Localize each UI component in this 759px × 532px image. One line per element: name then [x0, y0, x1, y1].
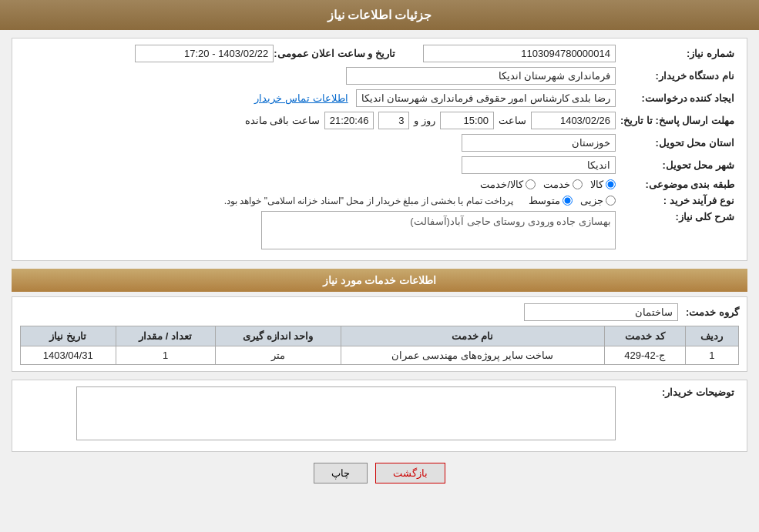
creator-label: ایجاد کننده درخواست: [616, 92, 739, 104]
group-label: گروه خدمت: [686, 306, 739, 318]
row-category: طبقه بندی موضوعی: کالا خدمت کالا/خدمت [20, 179, 739, 190]
category-kala-khedmat-label: کالا/خدمت [480, 179, 523, 190]
row-purchase-type: نوع فرآیند خرید : جزیی متوسط پرداخت تمام… [20, 195, 739, 206]
need-number-label: شماره نیاز: [616, 48, 739, 59]
description-label: شرح کلی نیاز: [616, 211, 739, 223]
th-name: نام خدمت [341, 326, 604, 346]
buyer-org-value: فرمانداری شهرستان اندیکا [346, 67, 616, 85]
buyer-description-input[interactable] [76, 386, 616, 440]
cell-unit: متر [215, 346, 341, 365]
buyer-org-label: نام دستگاه خریدار: [616, 70, 739, 82]
send-date-value: 1403/02/26 [531, 112, 616, 129]
services-block: گروه خدمت: ساختمان ردیف کد خدمت نام خدمت… [12, 296, 747, 372]
send-remain-value: 21:20:46 [324, 112, 374, 129]
category-kala-label: کالا [590, 179, 603, 190]
row-send-deadline: مهلت ارسال پاسخ: تا تاریخ: 1403/02/26 سا… [20, 112, 739, 129]
page-title: جزئیات اطلاعات نیاز [327, 8, 432, 22]
category-radio-group: کالا خدمت کالا/خدمت [480, 179, 616, 190]
th-quantity: تعداد / مقدار [116, 326, 215, 346]
purchase-type-motovaset: متوسط [529, 195, 573, 206]
purchase-type-notice: پرداخت تمام یا بخشی از مبلغ خریدار از مح… [224, 196, 513, 206]
province-value: خوزستان [462, 134, 616, 152]
purchase-radio-jozi[interactable] [606, 196, 616, 206]
cell-quantity: 1 [116, 346, 215, 365]
purchase-type-label: نوع فرآیند خرید : [616, 195, 739, 206]
purchase-type-jozi: جزیی [580, 195, 616, 206]
category-radio-kala-khedmat[interactable] [526, 179, 536, 189]
row-city: شهر محل تحویل: اندیکا [20, 156, 739, 174]
send-days-value: 3 [378, 112, 409, 129]
table-row: 1 ج-42-429 ساخت سایر پروژه‌های مهندسی عم… [21, 346, 739, 365]
row-province: استان محل تحویل: خوزستان [20, 134, 739, 152]
service-table-body: 1 ج-42-429 ساخت سایر پروژه‌های مهندسی عم… [21, 346, 739, 365]
buyer-description-label: توضیحات خریدار: [616, 386, 739, 398]
city-label: شهر محل تحویل: [616, 159, 739, 171]
buyer-description-block: توضیحات خریدار: [12, 380, 747, 452]
print-button[interactable]: چاپ [314, 463, 368, 483]
send-time-value: 15:00 [440, 112, 494, 129]
province-label: استان محل تحویل: [616, 137, 739, 149]
buyer-contact-link[interactable]: اطلاعات تماس خریدار [254, 92, 348, 104]
th-code: کد خدمت [604, 326, 685, 346]
cell-row: 1 [685, 346, 738, 365]
category-radio-kala[interactable] [606, 179, 616, 189]
service-table-header: ردیف کد خدمت نام خدمت واحد اندازه گیری ت… [21, 326, 739, 346]
row-buyer-description: توضیحات خریدار: [20, 386, 739, 440]
purchase-radio-motovaset[interactable] [563, 196, 573, 206]
group-value: ساختمان [524, 303, 678, 321]
send-remain-label: ساعت باقی مانده [245, 115, 320, 126]
cell-date: 1403/04/31 [21, 346, 116, 365]
services-section-title: اطلاعات خدمات مورد نیاز [12, 269, 747, 292]
cell-name: ساخت سایر پروژه‌های مهندسی عمران [341, 346, 604, 365]
creator-value: رضا بلدی کارشناس امور حقوقی فرمانداری شه… [356, 89, 616, 107]
buttons-row: بازگشت چاپ [12, 463, 747, 483]
main-content: شماره نیاز: 1103094780000014 تاریخ و ساع… [0, 38, 759, 483]
category-option-khedmat: خدمت [543, 179, 583, 190]
category-label: طبقه بندی موضوعی: [616, 179, 739, 190]
send-days-label: روز و [414, 115, 435, 126]
purchase-jozi-label: جزیی [580, 195, 603, 206]
send-deadline-label: مهلت ارسال پاسخ: تا تاریخ: [616, 115, 739, 126]
service-table: ردیف کد خدمت نام خدمت واحد اندازه گیری ت… [20, 326, 739, 365]
need-number-value: 1103094780000014 [423, 45, 616, 62]
description-value: بهسازی جاده ورودی روستای حاجی آباد(آسفال… [261, 211, 616, 249]
info-block: شماره نیاز: 1103094780000014 تاریخ و ساع… [12, 38, 747, 261]
group-row: گروه خدمت: ساختمان [20, 303, 739, 321]
cell-code: ج-42-429 [604, 346, 685, 365]
th-row: ردیف [685, 326, 738, 346]
row-creator: ایجاد کننده درخواست: رضا بلدی کارشناس ام… [20, 89, 739, 107]
category-option-kala: کالا [590, 179, 616, 190]
back-button[interactable]: بازگشت [375, 463, 445, 483]
th-unit: واحد اندازه گیری [215, 326, 341, 346]
category-radio-khedmat[interactable] [573, 179, 583, 189]
row-need-number: شماره نیاز: 1103094780000014 تاریخ و ساع… [20, 45, 739, 62]
category-khedmat-label: خدمت [543, 179, 570, 190]
announce-date-label: تاریخ و ساعت اعلان عمومی: [274, 48, 400, 59]
page-wrapper: جزئیات اطلاعات نیاز شماره نیاز: 11030947… [0, 0, 759, 532]
city-value: اندیکا [462, 156, 616, 174]
th-date: تاریخ نیاز [21, 326, 116, 346]
category-option-kala-khedmat: کالا/خدمت [480, 179, 536, 190]
purchase-type-radio-group: جزیی متوسط [529, 195, 616, 206]
send-time-label: ساعت [499, 115, 526, 126]
row-buyer-org: نام دستگاه خریدار: فرمانداری شهرستان اند… [20, 67, 739, 85]
row-description: شرح کلی نیاز: بهسازی جاده ورودی روستای ح… [20, 211, 739, 249]
page-header: جزئیات اطلاعات نیاز [0, 0, 759, 30]
announce-date-value: 1403/02/22 - 17:20 [135, 45, 274, 62]
purchase-motovaset-label: متوسط [529, 195, 560, 206]
